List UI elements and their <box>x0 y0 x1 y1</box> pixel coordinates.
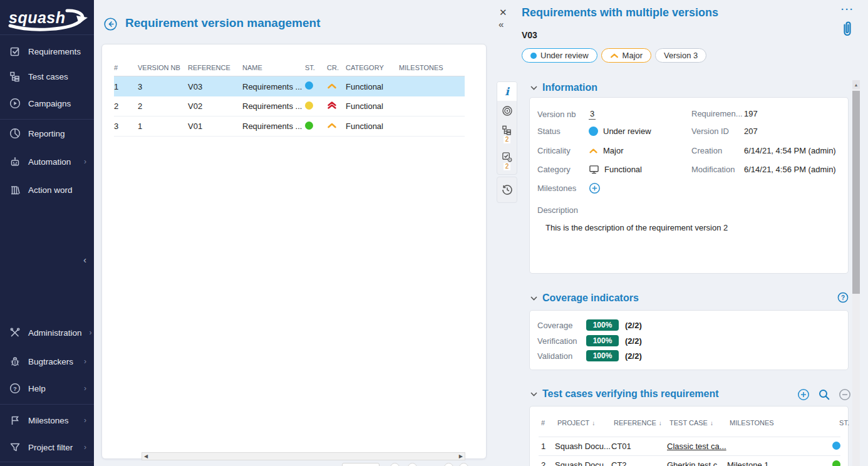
test-case-link[interactable]: Classic test ca... <box>667 442 726 451</box>
sidebar-item-help[interactable]: ? Help › <box>0 377 94 400</box>
sidebar-item-administration[interactable]: Administration › <box>0 321 94 344</box>
scrollbar-thumb[interactable] <box>852 91 860 294</box>
sidebar-item-automation[interactable]: Automation › <box>0 150 94 173</box>
history-icon <box>502 184 513 195</box>
info-icon: i <box>505 86 509 97</box>
pagination-prev-button[interactable] <box>408 463 417 466</box>
chevron-down-icon <box>530 392 537 396</box>
sidebar-item-requirements[interactable]: Requirements <box>0 40 94 63</box>
status-pill[interactable]: Under review <box>522 48 597 63</box>
description-text[interactable]: This is the description of the requireme… <box>545 223 728 232</box>
col-name[interactable]: NAME <box>242 64 305 71</box>
vertical-scrollbar[interactable]: ▲ <box>852 80 860 466</box>
cell-category: Functional <box>346 82 399 91</box>
col-test-case[interactable]: TEST CASE↓ <box>669 419 730 427</box>
table-row[interactable]: 2 Squash Docu... CT2 Gherkin test c... M… <box>539 455 840 466</box>
table-row[interactable]: 1 Squash Docu... CT01 Classic test ca... <box>539 437 840 455</box>
squash-logo[interactable]: squash <box>6 5 89 31</box>
sidebar-item-milestones[interactable]: Milestones › <box>0 409 94 432</box>
tab-verifying-test-cases[interactable]: 2 <box>497 147 517 174</box>
page-size-select[interactable] <box>342 463 380 466</box>
status-value[interactable]: Under review <box>589 127 651 136</box>
category-value[interactable]: Functional <box>589 165 642 174</box>
coverage-ratio: (2/2) <box>625 321 642 330</box>
field-criticality: Criticality Major <box>537 146 688 155</box>
chevron-right-icon: › <box>84 384 86 393</box>
coverage-row: Verification 100% (2/2) <box>537 335 642 346</box>
field-label: Creation <box>691 146 744 155</box>
tab-count-badge: 2 <box>504 163 511 170</box>
sidebar-item-bugtrackers[interactable]: Bugtrackers › <box>0 350 94 373</box>
status-pills: Under review Major Version 3 <box>522 48 706 63</box>
sidebar-item-reporting[interactable]: Reporting <box>0 122 94 145</box>
test-case-link[interactable]: Gherkin test c... <box>667 460 724 466</box>
coverage-section-header[interactable]: Coverage indicators <box>530 293 639 304</box>
criticality-value[interactable]: Major <box>589 146 624 155</box>
col-milestones[interactable]: MILESTONES <box>730 419 835 427</box>
sidebar-collapse-icon[interactable]: ‹ <box>81 253 89 266</box>
add-test-case-icon[interactable] <box>797 388 810 401</box>
status-dot <box>589 127 598 136</box>
table-row[interactable]: 3 1 V01 Requirements ... Functional <box>114 116 465 137</box>
col-num[interactable]: # <box>114 64 138 71</box>
tab-information[interactable]: i <box>497 82 517 101</box>
col-milestones[interactable]: MILESTONES <box>399 64 465 71</box>
version-pill[interactable]: Version 3 <box>655 48 706 63</box>
field-label: Criticality <box>537 146 589 155</box>
sort-down-icon: ↓ <box>659 420 662 427</box>
field-creation: Creation 6/14/21, 4:54 PM (admin) <box>691 146 848 155</box>
double-chevron-left-icon[interactable]: « <box>499 19 504 29</box>
col-reference[interactable]: REFERENCE <box>188 64 242 71</box>
plus-circle-icon[interactable] <box>589 182 601 194</box>
help-circle-icon[interactable]: ? <box>837 292 849 303</box>
sidebar-item-project-filter[interactable]: Project filter › <box>0 436 94 458</box>
col-project[interactable]: PROJECT↓ <box>557 419 614 427</box>
coverage-ratio: (2/2) <box>625 336 642 346</box>
version-nb-value[interactable]: 3 <box>589 109 596 120</box>
tab-history[interactable] <box>497 177 517 203</box>
remove-test-case-icon[interactable] <box>839 388 851 401</box>
cell-version-nb: 3 <box>138 82 188 91</box>
pagination-first-button[interactable] <box>390 463 400 466</box>
scroll-left-icon[interactable]: ◀ <box>144 453 148 459</box>
more-menu-icon[interactable]: ··· <box>841 4 854 14</box>
search-icon[interactable] <box>818 388 830 401</box>
sidebar-item-test-cases[interactable]: Test cases <box>0 65 94 88</box>
field-label: Category <box>537 165 589 174</box>
library-icon <box>9 184 21 195</box>
coverage-percent-badge: 100% <box>586 335 619 346</box>
information-card: Version nb 3 Status Under review Critica… <box>529 97 849 274</box>
table-row[interactable]: 1 3 V03 Requirements ... Functional <box>114 76 465 96</box>
col-num[interactable]: # <box>530 419 557 427</box>
pagination-last-button[interactable] <box>459 463 468 466</box>
scroll-right-icon[interactable]: ▶ <box>459 453 463 459</box>
criticality-major-icon <box>327 122 346 131</box>
pie-chart-icon <box>9 128 21 139</box>
close-icon[interactable]: ✕ <box>499 7 507 18</box>
robot-icon <box>9 156 21 167</box>
sidebar-item-action-word[interactable]: Action word <box>0 179 94 201</box>
criticality-pill[interactable]: Major <box>601 48 652 63</box>
sidebar-item-campaigns[interactable]: Campaigns <box>0 92 94 115</box>
attachment-paperclip-icon[interactable] <box>840 20 854 38</box>
back-button[interactable] <box>104 18 117 31</box>
versions-table-card: # VERSION NB REFERENCE NAME ST. CR. CATE… <box>101 44 487 459</box>
table-row[interactable]: 2 2 V02 Requirements ... Functional <box>114 96 465 116</box>
cell-version-nb: 2 <box>138 101 188 111</box>
col-category[interactable]: CATEGORY <box>346 64 399 71</box>
field-category: Category Functional <box>537 165 688 174</box>
scroll-up-icon[interactable]: ▲ <box>852 80 860 89</box>
tab-linked-requirements[interactable]: 2 <box>497 120 517 147</box>
test-cases-section-header[interactable]: Test cases verifying this requirement <box>530 388 719 400</box>
status-pill-label: Under review <box>540 51 589 60</box>
information-section-header[interactable]: Information <box>530 82 597 93</box>
pagination-next-button[interactable] <box>444 463 453 466</box>
col-reference[interactable]: REFERENCE↓ <box>614 419 669 427</box>
horizontal-scrollbar[interactable]: ◀ ▶ <box>142 452 465 460</box>
col-version-nb[interactable]: VERSION NB <box>138 64 188 71</box>
tab-coverage[interactable] <box>497 101 517 120</box>
col-status[interactable]: ST. <box>835 419 849 427</box>
col-status[interactable]: ST. <box>305 64 327 71</box>
field-label: Milestones <box>537 184 589 193</box>
col-criticality[interactable]: CR. <box>327 64 346 71</box>
